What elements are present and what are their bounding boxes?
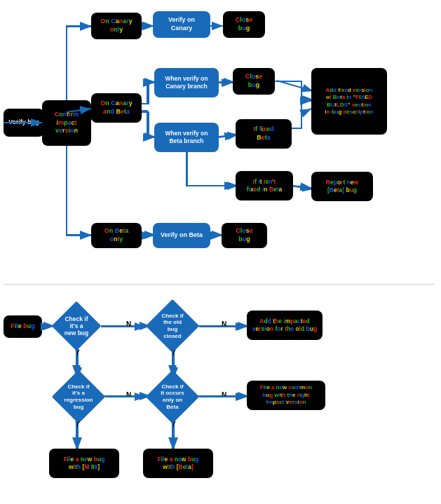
close-bug-3-node: Close bug — [222, 223, 267, 248]
when-verify-canary-node: When verify onCanary branch — [154, 68, 219, 97]
check-new-bug-diamond: Check ifit's anew bug — [52, 306, 101, 346]
diagram-container: Verify bug Confirm impact version On Can… — [0, 0, 441, 504]
file-new-bug-m86-node: File a new bug with [M 86] — [49, 449, 119, 478]
if-fixed-beta-node: If fixed Beta — [236, 119, 292, 149]
label-n3: N — [126, 391, 131, 399]
svg-line-35 — [293, 186, 311, 188]
if-not-fixed-beta-node: If it isn't fixed in Beta — [236, 171, 293, 200]
close-bug-2-node: Close bug — [233, 68, 275, 95]
label-y2: Y — [171, 349, 176, 357]
verify-canary-node: Verify on Canary — [153, 11, 210, 38]
on-canary-only-node: On Canary only — [91, 13, 142, 39]
report-new-beta-bug-node: Report new [Beta] bug — [311, 172, 373, 201]
label-n1: N — [126, 320, 131, 328]
label-y1: Y — [75, 349, 80, 357]
file-bug-node: File bug — [4, 315, 42, 338]
check-only-beta-diamond: Check ifit occursonly onBeta — [146, 376, 199, 417]
check-old-bug-diamond: Check ifthe oldbugclosed — [146, 306, 199, 346]
label-n2: N — [222, 320, 226, 328]
svg-line-34 — [219, 135, 236, 137]
label-y4: Y — [171, 421, 176, 428]
file-new-bug-beta-node: File a new bug with [Beta] — [143, 449, 213, 478]
svg-line-9 — [291, 186, 313, 189]
label-y3: Y — [75, 421, 80, 428]
check-regression-diamond: Check ifit's aregressionbug — [52, 376, 105, 417]
when-verify-beta-node: When verify onBeta branch — [154, 123, 219, 152]
add-impacted-version-node: Add the impacted version for the old bug — [247, 311, 323, 340]
svg-line-8 — [277, 81, 313, 91]
close-bug-1-node: Close bug — [223, 11, 265, 38]
add-fixed-version-node: Add fixed version of Beta in "FIXED BUIL… — [311, 68, 387, 135]
separator — [4, 284, 435, 285]
on-canary-beta-node: On Canary and Beta — [91, 93, 142, 123]
on-beta-only-node: On Beta only — [91, 223, 142, 248]
verify-bug-node: Verify bug — [4, 109, 44, 137]
verify-beta-node: Verify on Beta — [153, 223, 210, 248]
file-new-common-bug-node: File a new common bug with the right imp… — [247, 381, 325, 410]
label-n4: N — [222, 391, 226, 399]
confirm-impact-node: Confirm impact version — [42, 100, 91, 146]
